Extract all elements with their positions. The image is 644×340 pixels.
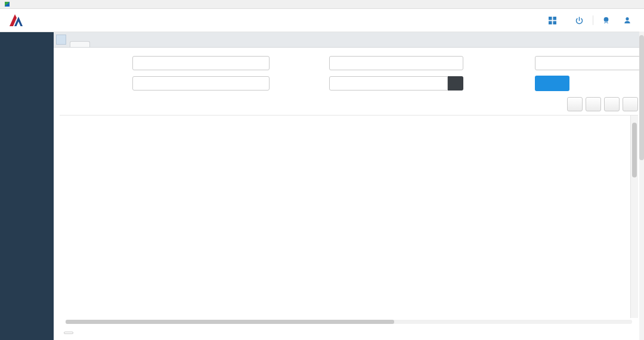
- plan-name-input[interactable]: [535, 56, 644, 70]
- year-input[interactable]: [329, 76, 448, 91]
- sidebar-collapse-button[interactable]: [56, 35, 66, 45]
- export-button[interactable]: [623, 97, 638, 111]
- hscrollbar-thumb[interactable]: [66, 320, 394, 324]
- user-icon: [624, 17, 631, 24]
- page-content: [54, 48, 644, 340]
- columns-button[interactable]: [604, 97, 620, 111]
- scrollbar-thumb[interactable]: [632, 123, 637, 177]
- project-name-input[interactable]: [329, 56, 463, 70]
- filter-form: [60, 48, 638, 91]
- calendar-icon[interactable]: [448, 76, 463, 91]
- tab-bar: [54, 32, 644, 48]
- apps-grid-icon[interactable]: [549, 17, 556, 24]
- app-header: [0, 9, 644, 32]
- user-menu[interactable]: [624, 17, 636, 24]
- window-icon: [5, 2, 10, 7]
- main-area: [54, 32, 644, 340]
- window-scrollbar-thumb[interactable]: [639, 35, 644, 160]
- refresh-button[interactable]: [567, 97, 583, 111]
- type-select[interactable]: [132, 76, 270, 91]
- app-window: [0, 0, 644, 340]
- page-size-select[interactable]: [64, 332, 73, 334]
- badge-icon: [603, 17, 609, 24]
- unit-name-select[interactable]: [132, 56, 270, 70]
- sidebar-submenu: [0, 35, 54, 37]
- toggle-view-button[interactable]: [586, 97, 601, 111]
- table-toolbar: [60, 97, 638, 111]
- sidebar: [0, 32, 54, 340]
- hscrollbar-track[interactable]: [66, 320, 632, 324]
- search-button[interactable]: [535, 76, 569, 91]
- table-horizontal-scrollbar[interactable]: [60, 319, 638, 325]
- table-vertical-scrollbar[interactable]: [630, 116, 638, 318]
- os-titlebar: [0, 0, 644, 9]
- tab-construction-plan[interactable]: [70, 41, 90, 47]
- header-divider: [593, 15, 593, 25]
- record-summary: [61, 332, 76, 334]
- window-scrollbar[interactable]: [639, 32, 644, 340]
- department-menu[interactable]: [603, 17, 614, 24]
- app-logo-icon: [8, 13, 24, 27]
- power-icon[interactable]: [575, 17, 583, 24]
- table-container: [60, 115, 638, 318]
- table-footer: [60, 325, 638, 340]
